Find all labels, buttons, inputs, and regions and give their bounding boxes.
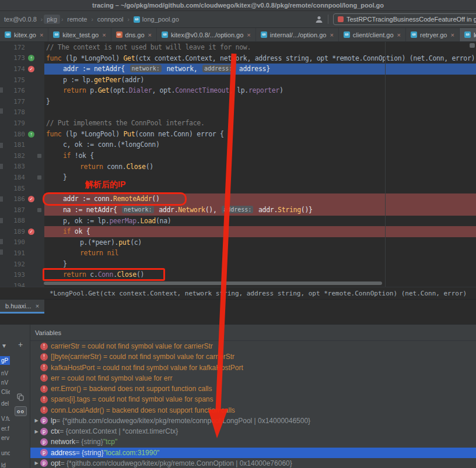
editor-gutter[interactable]: 177 (0, 96, 44, 107)
run-configuration-selector[interactable]: TestRPCTracingBusinessCodeFeatureOff in … (333, 13, 476, 25)
editor-gutter[interactable]: 181 (0, 139, 44, 150)
editor-gutter[interactable]: 188 (0, 216, 44, 227)
close-icon[interactable]: × (36, 302, 39, 309)
dropdown-icon[interactable]: ▾ (2, 342, 6, 349)
variable-row-network[interactable]: pnetwork = {string} "tcp" (30, 437, 476, 447)
editor-gutter[interactable]: 190 (0, 237, 44, 248)
frame-item-fragment[interactable]: V.fu (0, 414, 10, 423)
editor-tab-internal-option-go[interactable]: GOinternal/.../option.go× (256, 28, 339, 41)
variable-row-err[interactable]: !err = could not find symbol value for e… (30, 373, 476, 383)
breadcrumb-item-tex-v0-0-8[interactable]: tex@v0.0.8 (1, 15, 40, 24)
frame-item-fragment[interactable]: gP (0, 356, 10, 365)
editor-gutter[interactable]: 185 (0, 183, 44, 194)
frame-item-fragment[interactable]: del (0, 399, 10, 408)
code-editor[interactable]: 172// The context is not used but will l… (0, 42, 476, 287)
code-text[interactable]: // The context is not used but will leav… (44, 42, 476, 53)
editor-tab-kitex-test-go[interactable]: GOkitex_test.go× (48, 28, 111, 41)
code-text[interactable]: addr := netAddr{ network: network, addre… (44, 64, 476, 75)
code-text[interactable]: return c.Conn.Close() (44, 269, 476, 280)
breadcrumb-item-long-pool-go[interactable]: GOlong_pool.go (131, 15, 182, 24)
editor-gutter[interactable]: 179 (0, 118, 44, 129)
close-icon[interactable]: × (450, 31, 454, 38)
editor-gutter[interactable]: 193 (0, 269, 44, 280)
variable-row-opt[interactable]: ▶popt = {*github.com/cloudwego/kitex/pkg… (30, 458, 476, 468)
editor-gutter[interactable]: 173↑ (0, 53, 44, 64)
code-text[interactable]: } (44, 259, 476, 270)
code-text[interactable]: // Put implements the ConnPool interface… (44, 118, 476, 129)
code-text[interactable]: func (lp *LongPool) Get(ctx context.Cont… (44, 53, 476, 64)
variable-row-byte-carrierstr[interactable]: ![]byte(carrierStr) = could not find sym… (30, 351, 476, 362)
close-icon[interactable]: × (102, 31, 106, 38)
editor-gutter[interactable]: 187 (0, 205, 44, 216)
editor-tab-dns-go[interactable]: GOdns.go× (111, 28, 157, 41)
editor-gutter[interactable]: 178 (0, 107, 44, 118)
code-text[interactable]: } (44, 172, 476, 183)
editor-gutter[interactable]: 174✓ (0, 64, 44, 75)
vertical-scrollbar[interactable] (470, 43, 475, 48)
editor-tab-kitex-go[interactable]: GOkitex.go× (0, 28, 48, 41)
code-text[interactable]: addr := conn.RemoteAddr() (44, 193, 476, 205)
code-text[interactable]: return p.Get(opt.Dialer, opt.ConnectTime… (44, 85, 476, 96)
code-text[interactable]: if ok { (44, 226, 476, 237)
breakpoint-icon[interactable]: ✓ (28, 228, 34, 235)
editor-tab-kitex-v0-0-8-option-go[interactable]: GOkitex@v0.0.8/.../option.go× (157, 28, 256, 41)
editor-gutter[interactable]: 191 (0, 248, 44, 259)
implements-icon[interactable]: ↑ (28, 55, 34, 61)
code-text[interactable]: c, ok := conn.(*longConn) (44, 139, 476, 150)
copy-icon[interactable] (17, 393, 24, 402)
code-text[interactable]: p := lp.getPeer(addr) (44, 75, 476, 86)
editor-gutter[interactable]: 189✓ (0, 226, 44, 237)
close-icon[interactable]: × (148, 31, 152, 38)
breadcrumb-item-remote[interactable]: remote (64, 15, 90, 24)
editor-tab-long-pool-go[interactable]: GOlong_pool.go× (460, 28, 476, 41)
breakpoint-icon[interactable]: ✓ (28, 196, 34, 202)
editor-gutter[interactable]: 175 (0, 75, 44, 86)
horizontal-scrollbar[interactable] (44, 281, 382, 285)
breakpoint-icon[interactable]: ✓ (28, 66, 34, 72)
variable-row-ctx[interactable]: ▶pctx = {context.Context | *context.time… (30, 426, 476, 437)
variable-row-lp[interactable]: ▶plp = {*github.com/cloudwego/kitex/pkg/… (30, 416, 476, 426)
expand-chevron-icon[interactable]: ▶ (33, 460, 40, 466)
variable-row-address[interactable]: paddress = {string} "local.com:31990" (30, 448, 476, 458)
debugger-session-tab[interactable]: b.huaxi... × (0, 300, 44, 314)
code-text[interactable]: p.(*peer).put(c) (44, 237, 476, 248)
code-text[interactable]: return nil (44, 248, 476, 259)
editor-tab-client-client-go[interactable]: GOclient/client.go× (339, 28, 406, 41)
close-icon[interactable]: × (40, 31, 43, 38)
frame-item-fragment[interactable]: Clie (0, 388, 10, 396)
implements-icon[interactable]: ↑ (28, 131, 34, 138)
code-text[interactable]: func (lp *LongPool) Put(conn net.Conn) e… (44, 129, 476, 140)
code-text[interactable]: p, ok := lp.peerMap.Load(na) (44, 216, 476, 227)
editor-gutter[interactable]: 172 (0, 42, 44, 53)
window-titlebar[interactable]: tracing – ~/go/pkg/mod/github.com/cloudw… (0, 0, 476, 11)
code-text[interactable]: return conn.Close() (44, 161, 476, 173)
editor-gutter[interactable]: 192 (0, 259, 44, 270)
variable-row-kafkahostport[interactable]: !kafkaHostPort = could not find symbol v… (30, 363, 476, 373)
code-text[interactable] (44, 183, 476, 194)
editor-gutter[interactable]: 194 (0, 280, 44, 287)
close-icon[interactable]: × (330, 31, 333, 38)
variable-row-conn-localaddr[interactable]: !conn.LocalAddr() = backend does not sup… (30, 405, 476, 416)
add-watch-button[interactable]: + (18, 341, 23, 348)
close-icon[interactable]: × (397, 31, 401, 38)
variable-row-carrierstr[interactable]: !carrierStr = could not find symbol valu… (30, 341, 476, 351)
variable-row-err-error[interactable]: !err.Error() = backend does not support … (30, 383, 476, 394)
editor-gutter[interactable]: 176 (0, 85, 44, 96)
code-text[interactable] (44, 107, 476, 118)
close-icon[interactable]: × (247, 31, 250, 38)
editor-gutter[interactable]: 186✓ (0, 193, 44, 205)
fold-marker-icon[interactable] (37, 175, 41, 180)
frame-item-fragment[interactable]: erv (0, 434, 10, 442)
editor-gutter[interactable]: 180↑ (0, 129, 44, 140)
fold-marker-icon[interactable] (37, 208, 41, 212)
expand-chevron-icon[interactable]: ▶ (33, 418, 40, 423)
fold-marker-icon[interactable] (37, 154, 41, 158)
frame-item-fragment[interactable]: ld (0, 461, 10, 468)
editor-gutter[interactable]: 183 (0, 161, 44, 173)
code-text[interactable]: if !ok { (44, 150, 476, 161)
expand-chevron-icon[interactable]: ▶ (33, 429, 40, 434)
editor-gutter[interactable]: 182 (0, 150, 44, 161)
code-text[interactable]: na := netAddr{ network: addr.Network(), … (44, 205, 476, 216)
editor-tab-retryer-go[interactable]: GOretryer.go× (406, 28, 460, 41)
code-text[interactable]: } (44, 96, 476, 107)
